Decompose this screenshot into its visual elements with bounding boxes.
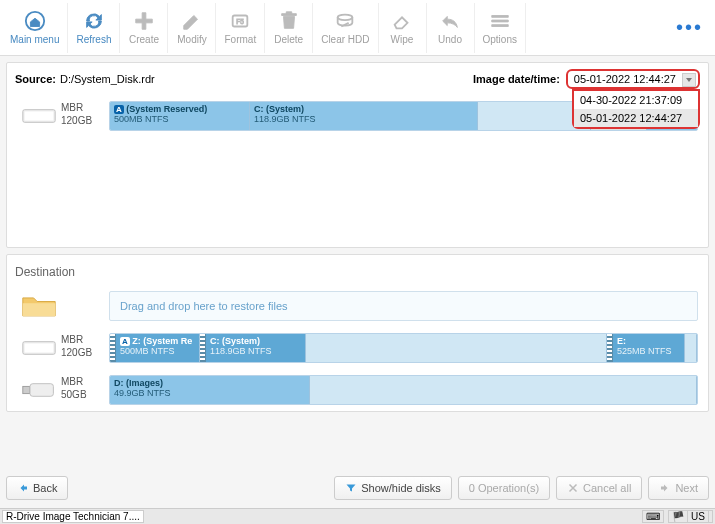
modify-button[interactable]: Modify — [168, 3, 216, 53]
arrow-left-icon — [17, 482, 29, 494]
usb-icon — [17, 375, 61, 405]
drop-zone[interactable]: Drag and drop here to restore files — [109, 291, 698, 321]
datetime-option[interactable]: 05-01-2022 12:44:27 — [574, 109, 698, 127]
next-button[interactable]: Next — [648, 476, 709, 500]
partition-free — [306, 334, 607, 362]
plus-icon — [133, 10, 155, 32]
folder-icon — [17, 291, 61, 321]
format-label: Format — [224, 34, 256, 45]
refresh-label: Refresh — [76, 34, 111, 45]
disk-info: MBR 50GB — [61, 375, 109, 401]
back-label: Back — [33, 482, 57, 494]
disk-size: 120GB — [61, 114, 109, 127]
partition-map[interactable]: A Z: (System Re 500MB NTFS C: (System) 1… — [109, 333, 698, 363]
partition-free — [685, 334, 697, 362]
keyboard-icon[interactable]: ⌨ — [642, 510, 664, 523]
filter-icon — [345, 482, 357, 494]
clear-hdd-label: Clear HDD — [321, 34, 369, 45]
dest-disk-row: MBR 50GB D: (Images) 49.9GB NTFS — [7, 369, 708, 411]
partition-segment[interactable]: C: (System) 118.9GB NTFS — [206, 334, 306, 362]
datetime-dropdown: 04-30-2022 21:37:09 05-01-2022 12:44:27 — [572, 89, 700, 129]
show-hide-label: Show/hide disks — [361, 482, 441, 494]
home-icon — [24, 10, 46, 32]
back-button[interactable]: Back — [6, 476, 68, 500]
disk-size: 120GB — [61, 346, 109, 359]
format-icon: F5 — [229, 10, 251, 32]
lang-indicator[interactable]: 🏴 US — [668, 510, 713, 523]
show-hide-disks-button[interactable]: Show/hide disks — [334, 476, 452, 500]
more-menu[interactable]: ••• — [676, 16, 713, 39]
hdd-icon — [17, 333, 61, 363]
operations-label: 0 Operation(s) — [469, 482, 539, 494]
clear-hdd-button[interactable]: Clear HDD — [313, 3, 378, 53]
cancel-label: Cancel all — [583, 482, 631, 494]
options-icon — [489, 10, 511, 32]
delete-label: Delete — [274, 34, 303, 45]
delete-button[interactable]: Delete — [265, 3, 313, 53]
cancel-all-button[interactable]: Cancel all — [556, 476, 642, 500]
destination-label: Destination — [7, 255, 708, 285]
partition-segment[interactable]: E: 525MB NTFS — [613, 334, 685, 362]
main-menu-label: Main menu — [10, 34, 59, 45]
operations-button[interactable]: 0 Operation(s) — [458, 476, 550, 500]
source-path: D:/System_Disk.rdr — [60, 73, 155, 85]
create-button[interactable]: Create — [120, 3, 168, 53]
pencil-icon — [181, 10, 203, 32]
partition-segment[interactable]: C: (System) 118.9GB NTFS — [250, 102, 478, 130]
clear-hdd-icon — [334, 10, 356, 32]
datetime-select[interactable]: 05-01-2022 12:44:27 04-30-2022 21:37:09 … — [566, 69, 700, 89]
disk-scheme: MBR — [61, 101, 109, 114]
create-label: Create — [129, 34, 159, 45]
destination-panel: Destination Drag and drop here to restor… — [6, 254, 709, 412]
bottom-bar: Back Show/hide disks 0 Operation(s) Canc… — [6, 470, 709, 506]
image-date-label: Image date/time: — [473, 73, 560, 85]
disk-info: MBR 120GB — [61, 333, 109, 359]
source-header: Source: D:/System_Disk.rdr Image date/ti… — [7, 63, 708, 95]
chevron-down-icon[interactable] — [682, 73, 696, 87]
refresh-button[interactable]: Refresh — [68, 3, 120, 53]
svg-rect-8 — [23, 386, 30, 393]
eraser-icon — [391, 10, 413, 32]
close-icon — [567, 482, 579, 494]
trash-icon — [278, 10, 300, 32]
undo-icon — [439, 10, 461, 32]
hdd-icon — [17, 101, 61, 131]
source-label: Source: — [15, 73, 56, 85]
arrow-right-icon — [659, 482, 671, 494]
svg-rect-9 — [30, 384, 53, 397]
options-button[interactable]: Options — [475, 3, 526, 53]
source-panel: Source: D:/System_Disk.rdr Image date/ti… — [6, 62, 709, 248]
disk-info: MBR 120GB — [61, 101, 109, 127]
options-label: Options — [483, 34, 517, 45]
datetime-selected: 05-01-2022 12:44:27 — [574, 73, 676, 85]
wipe-button[interactable]: Wipe — [379, 3, 427, 53]
modify-label: Modify — [177, 34, 206, 45]
undo-label: Undo — [438, 34, 462, 45]
disk-scheme: MBR — [61, 333, 109, 346]
dest-disk-row: MBR 120GB A Z: (System Re 500MB NTFS C: … — [7, 327, 708, 369]
partition-free — [310, 376, 697, 404]
refresh-icon — [83, 10, 105, 32]
svg-rect-7 — [25, 344, 54, 353]
partition-segment[interactable]: D: (Images) 49.9GB NTFS — [110, 376, 310, 404]
svg-rect-5 — [25, 112, 54, 121]
svg-point-3 — [338, 15, 353, 20]
partition-map[interactable]: D: (Images) 49.9GB NTFS — [109, 375, 698, 405]
disk-scheme: MBR — [61, 375, 109, 388]
wipe-label: Wipe — [391, 34, 414, 45]
svg-text:F5: F5 — [237, 18, 245, 25]
status-bar: R-Drive Image Technician 7.... ⌨ 🏴 US — [0, 508, 715, 524]
format-button[interactable]: F5 Format — [216, 3, 265, 53]
undo-button[interactable]: Undo — [427, 3, 475, 53]
toolbar: Main menu Refresh Create Modify F5 Forma… — [0, 0, 715, 56]
next-label: Next — [675, 482, 698, 494]
datetime-option[interactable]: 04-30-2022 21:37:09 — [574, 91, 698, 109]
disk-size: 50GB — [61, 388, 109, 401]
partition-segment[interactable]: A Z: (System Re 500MB NTFS — [116, 334, 200, 362]
dropzone-row: Drag and drop here to restore files — [7, 285, 708, 327]
app-title: R-Drive Image Technician 7.... — [2, 510, 144, 523]
partition-segment[interactable]: A (System Reserved) 500MB NTFS — [110, 102, 250, 130]
main-menu-button[interactable]: Main menu — [2, 3, 68, 53]
